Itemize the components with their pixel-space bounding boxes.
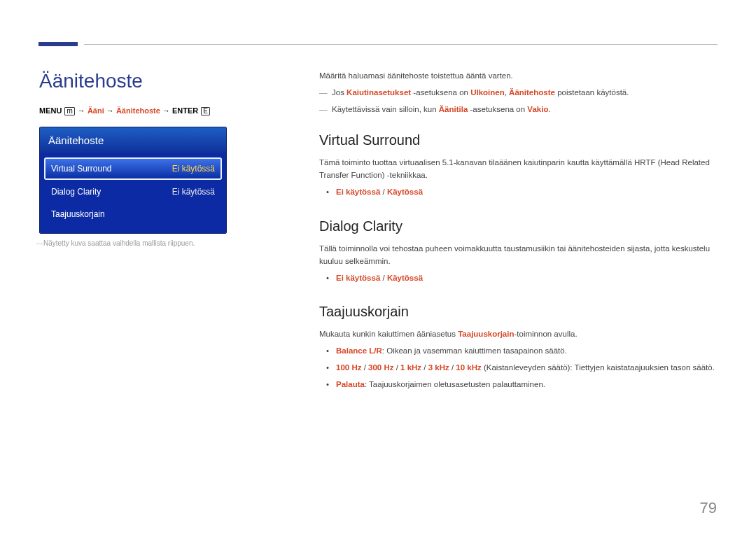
eq-item-rest: (Kaistanleveyden säätö): Tiettyjen kaist… (482, 363, 715, 372)
eq-sep: / (421, 363, 428, 372)
dash-note-text: Käytettävissä vain silloin, kun (332, 105, 439, 113)
eq-item-rest: : Oikean ja vasemman kaiuttimen tasapain… (382, 346, 567, 355)
option-sep: / (380, 188, 387, 196)
right-column: Määritä haluamasi äänitehoste toistettua… (291, 70, 717, 395)
option-item: Ei käytössä / Käytössä (336, 186, 717, 199)
enter-icon: E (201, 107, 210, 115)
dash-note-red: Ulkoinen (470, 88, 505, 97)
eq-band: 3 kHz (428, 363, 449, 372)
page-title: Äänitehoste (39, 70, 291, 92)
option-on: Käytössä (387, 274, 423, 282)
eq-item-rest: : Taajuuskorjaimen oletusasetusten palau… (365, 380, 545, 388)
section-equalizer-intro: Mukauta kunkin kaiuttimen ääniasetus Taa… (319, 328, 717, 341)
osd-menu-row-value: Ei käytössä (172, 187, 215, 197)
left-column: Äänitehoste MENU m → Ääni → Äänitehoste … (39, 70, 291, 395)
breadcrumb-arrow: → (162, 106, 170, 115)
breadcrumb-menu: MENU (39, 106, 62, 115)
eq-intro-text: Mukauta kunkin kaiuttimen ääniasetus (319, 330, 458, 338)
osd-menu-header: Äänitehoste (40, 127, 226, 153)
osd-menu-row-value: Ei käytössä (172, 164, 215, 174)
dash-note-text: Jos (332, 88, 346, 97)
eq-band: 300 Hz (368, 363, 393, 372)
section-dialog-clarity-body: Tällä toiminnolla voi tehostaa puheen vo… (319, 243, 717, 268)
header-accent (38, 42, 78, 46)
breadcrumb-path2: Äänitehoste (116, 106, 160, 115)
dash-note-text: poistetaan käytöstä. (555, 88, 629, 97)
dash-note-text: -asetuksena on (411, 88, 470, 97)
eq-item-balance: Balance L/R: Oikean ja vasemman kaiuttim… (336, 345, 717, 358)
eq-item-label: Palauta (336, 380, 365, 388)
page-number: 79 (700, 499, 717, 517)
section-equalizer-title: Taajuuskorjain (319, 301, 717, 323)
option-item: Ei käytössä / Käytössä (336, 272, 717, 285)
breadcrumb-arrow: → (106, 106, 114, 115)
eq-item-label: Balance L/R (336, 346, 382, 355)
eq-intro-red: Taajuuskorjain (458, 330, 514, 338)
section-dialog-clarity-title: Dialog Clarity (319, 216, 717, 237)
dash-note-text: . (548, 105, 550, 113)
dash-note-1: Jos Kaiutinasetukset -asetuksena on Ulko… (319, 87, 717, 99)
option-off: Ei käytössä (336, 274, 380, 282)
page-content: Äänitehoste MENU m → Ääni → Äänitehoste … (0, 0, 756, 395)
osd-menu-box: Äänitehoste Virtual Surround Ei käytössä… (39, 127, 227, 234)
breadcrumb-enter: ENTER (172, 106, 198, 115)
eq-item-restore: Palauta: Taajuuskorjaimen oletusasetuste… (336, 379, 717, 391)
intro-text: Määritä haluamasi äänitehoste toistettua… (319, 70, 717, 83)
osd-menu-row-label: Dialog Clarity (51, 187, 101, 197)
dash-note-red: Kaiutinasetukset (346, 88, 411, 97)
option-off: Ei käytössä (336, 188, 380, 196)
dialog-clarity-options: Ei käytössä / Käytössä (319, 272, 717, 285)
equalizer-items: Balance L/R: Oikean ja vasemman kaiuttim… (319, 345, 717, 391)
dash-note-text: -asetuksena on (468, 105, 527, 113)
eq-intro-text: -toiminnon avulla. (514, 330, 577, 338)
osd-menu-row-label: Virtual Surround (51, 164, 112, 174)
osd-menu-row-dialog-clarity[interactable]: Dialog Clarity Ei käytössä (44, 181, 222, 202)
osd-menu-body: Virtual Surround Ei käytössä Dialog Clar… (40, 153, 226, 233)
breadcrumb-path1: Ääni (88, 106, 104, 115)
breadcrumb: MENU m → Ääni → Äänitehoste → ENTER E (39, 106, 291, 115)
dash-note-red: Äänitehoste (509, 88, 555, 97)
eq-item-bands: 100 Hz / 300 Hz / 1 kHz / 3 kHz / 10 kHz… (336, 362, 717, 374)
eq-sep: / (393, 363, 400, 372)
eq-band: 10 kHz (456, 363, 481, 372)
dash-note-red: Äänitila (439, 105, 468, 113)
section-virtual-surround-body: Tämä toiminto tuottaa virtuaalisen 5.1-k… (319, 157, 717, 182)
osd-menu-row-virtual-surround[interactable]: Virtual Surround Ei käytössä (44, 157, 222, 180)
figure-note: Näytetty kuva saattaa vaihdella mallista… (39, 239, 291, 247)
eq-sep: / (361, 363, 368, 372)
eq-band: 1 kHz (400, 363, 421, 372)
dash-note-2: Käytettävissä vain silloin, kun Äänitila… (319, 104, 717, 116)
option-sep: / (380, 274, 387, 282)
section-virtual-surround-title: Virtual Surround (319, 129, 717, 151)
osd-menu-row-label: Taajuuskorjain (51, 209, 105, 219)
dash-note-red: Vakio (527, 105, 548, 113)
option-on: Käytössä (387, 188, 423, 196)
virtual-surround-options: Ei käytössä / Käytössä (319, 186, 717, 199)
eq-band: 100 Hz (336, 363, 361, 372)
header-rule (84, 44, 718, 45)
eq-sep: / (449, 363, 456, 372)
breadcrumb-arrow: → (78, 106, 85, 115)
osd-menu-row-equalizer[interactable]: Taajuuskorjain (44, 204, 222, 225)
menu-icon: m (64, 107, 74, 115)
